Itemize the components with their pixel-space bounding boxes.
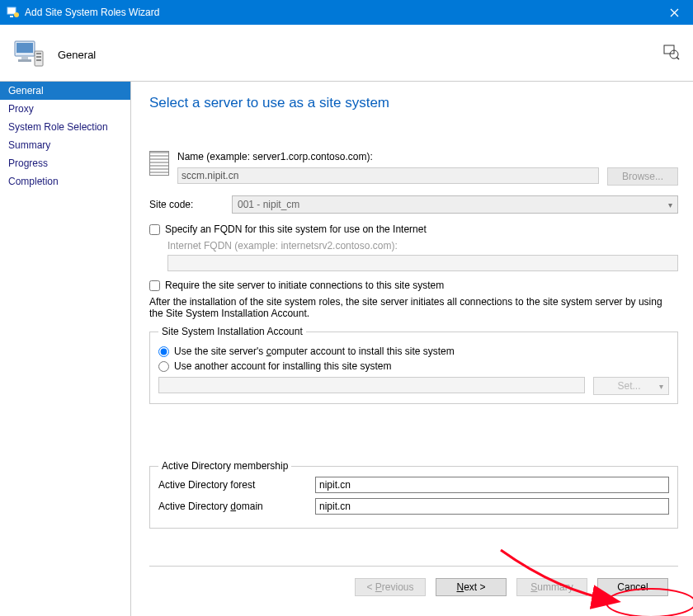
svg-rect-12 <box>664 45 674 54</box>
require-checkbox[interactable] <box>149 280 160 291</box>
svg-rect-6 <box>21 56 28 59</box>
svg-rect-11 <box>36 59 41 61</box>
header-label: General <box>58 49 96 61</box>
button-label: Set... <box>617 380 640 392</box>
set-button: Set... ▾ <box>593 377 669 395</box>
fqdn-checkbox-label: Specify an FQDN for this site system for… <box>165 223 427 235</box>
sidebar-item-label: System Role Selection <box>8 121 108 133</box>
svg-rect-2 <box>10 16 13 17</box>
svg-line-14 <box>676 57 679 59</box>
app-icon <box>7 6 20 19</box>
after-text: After the installation of the site syste… <box>149 296 678 319</box>
sidebar-item-progress[interactable]: Progress <box>0 154 130 172</box>
svg-rect-5 <box>16 43 33 53</box>
internet-fqdn-input <box>167 255 678 271</box>
button-bar: < Previous Next > Summary Cancel <box>149 566 678 608</box>
sidebar-item-summary[interactable]: Summary <box>0 136 130 154</box>
close-button[interactable] <box>656 0 693 25</box>
sidebar-item-label: General <box>8 85 44 96</box>
next-button[interactable]: Next > <box>436 578 507 596</box>
sidebar-item-label: Summary <box>8 139 50 151</box>
ad-domain-label: Active Directory domain <box>158 501 315 512</box>
svg-rect-0 <box>7 7 16 14</box>
titlebar: Add Site System Roles Wizard <box>0 0 693 25</box>
use-computer-account-radio[interactable] <box>158 346 169 357</box>
sidebar-item-proxy[interactable]: Proxy <box>0 100 130 118</box>
account-input <box>158 377 585 393</box>
install-account-legend: Site System Installation Account <box>158 326 306 337</box>
cancel-button[interactable]: Cancel <box>597 578 668 596</box>
header-right-icon <box>662 43 680 61</box>
previous-button: < Previous <box>355 578 426 596</box>
sidebar-item-system-role-selection[interactable]: System Role Selection <box>0 118 130 136</box>
close-icon <box>670 8 679 17</box>
button-label: Browse... <box>622 171 663 182</box>
page-heading: Select a server to use as a site system <box>149 95 678 111</box>
wizard-sidebar: General Proxy System Role Selection Summ… <box>0 81 130 616</box>
sidebar-item-completion[interactable]: Completion <box>0 172 130 190</box>
require-checkbox-label: Require the site server to initiate conn… <box>165 280 444 291</box>
use-another-account-radio[interactable] <box>158 361 169 372</box>
radio-label: Use the site server's computer account t… <box>174 346 455 357</box>
summary-button: Summary <box>516 578 587 596</box>
sitecode-select: 001 - nipit_cm ▾ <box>232 195 678 214</box>
sitecode-label: Site code: <box>149 199 232 210</box>
sidebar-item-label: Proxy <box>8 103 34 115</box>
internet-fqdn-label: Internet FQDN (example: internetsrv2.con… <box>167 240 678 252</box>
server-icon <box>149 151 169 176</box>
svg-rect-10 <box>36 56 41 58</box>
svg-point-3 <box>14 12 19 17</box>
chevron-down-icon: ▾ <box>659 382 663 391</box>
svg-rect-9 <box>36 53 41 54</box>
wizard-header: General <box>0 25 693 81</box>
sidebar-item-label: Progress <box>8 158 48 169</box>
button-label: Cancel <box>617 581 648 593</box>
chevron-down-icon: ▾ <box>668 200 672 209</box>
fqdn-checkbox[interactable] <box>149 224 160 235</box>
sidebar-item-general[interactable]: General <box>0 82 130 100</box>
radio-label: Use another account for installing this … <box>174 360 391 372</box>
ad-domain-input[interactable] <box>315 498 669 515</box>
ad-forest-input[interactable] <box>315 477 669 493</box>
sidebar-item-label: Completion <box>8 176 59 187</box>
titlebar-title: Add Site System Roles Wizard <box>25 7 656 18</box>
ad-membership-group: Active Directory membership Active Direc… <box>149 460 678 529</box>
install-account-group: Site System Installation Account Use the… <box>149 326 678 404</box>
name-input[interactable] <box>177 167 599 184</box>
wizard-content: Select a server to use as a site system … <box>130 81 693 616</box>
name-label: Name (example: server1.corp.contoso.com)… <box>177 151 678 162</box>
ad-legend: Active Directory membership <box>158 460 291 472</box>
svg-rect-7 <box>18 59 31 62</box>
select-value: 001 - nipit_cm <box>238 199 299 210</box>
browse-button: Browse... <box>607 167 678 186</box>
ad-forest-label: Active Directory forest <box>158 479 315 491</box>
header-logo-icon <box>12 36 48 73</box>
